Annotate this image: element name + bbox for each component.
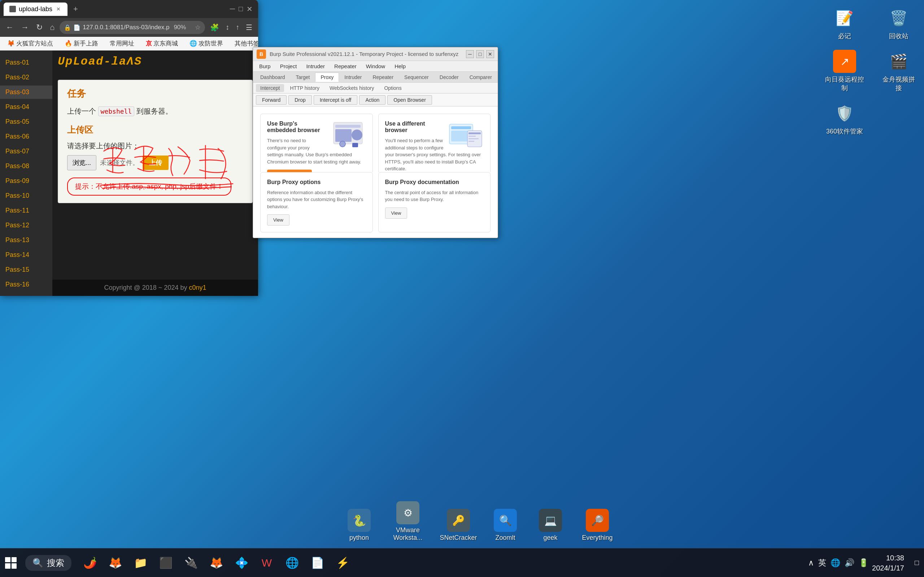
new-tab-button[interactable]: + [70,3,81,15]
address-bar[interactable]: 🔒 📄 127.0.0.1:8081/Pass-03/index.p 90% ☆ [60,21,205,34]
taskbar-app-explorer[interactable]: 📁 [129,552,152,574]
back-button[interactable]: ← [3,21,16,34]
bookmark-jd[interactable]: 京 京东商城 [143,38,181,49]
burp-tab-logger[interactable]: Logger [497,73,498,82]
desktop-icon-redirect[interactable]: ↗ 向日葵远程控 制 [819,47,870,95]
sidebar-link-pass10[interactable]: Pass-10 [0,189,52,202]
upload-button[interactable]: 上传 [143,156,169,170]
tray-volume[interactable]: 🔊 [845,558,854,567]
burp-menu-repeater[interactable]: Repeater [330,62,361,71]
sidebar-link-pass02[interactable]: Pass-02 [0,71,52,84]
share-icon[interactable]: ↑ [234,21,242,34]
bookmark-common[interactable]: 常用网址 [107,38,137,49]
tab-close-btn[interactable]: ✕ [55,6,62,12]
sidebar-link-pass05[interactable]: Pass-05 [0,115,52,129]
burp-card-view5-btn[interactable]: View [385,208,408,219]
sidebar-link-pass11[interactable]: Pass-11 [0,204,52,217]
desktop-icon-everything[interactable]: 🔎 Everything [576,506,619,545]
sidebar-link-pass17[interactable]: Pass-17 [0,293,52,296]
burp-tab-decoder[interactable]: Decoder [434,73,464,82]
burp-tab-dashboard[interactable]: Dashboard [255,73,290,82]
burp-menu-burp[interactable]: Burp [255,62,275,71]
bookmark-security[interactable]: 🌐 攻防世界 [187,38,226,49]
maximize-btn[interactable]: □ [239,5,243,13]
taskbar-app-vscode[interactable]: 💠 [230,552,253,574]
desktop-icon-video[interactable]: 🎬 金舟视频拼 接 [874,47,924,95]
taskbar-app-terminal[interactable]: ⬛ [155,552,177,574]
close-btn[interactable]: ✕ [247,5,253,13]
home-button[interactable]: ⌂ [48,21,56,34]
desktop-icon-zoomit[interactable]: 🔍 Zoomlt [485,506,525,545]
menu-icon[interactable]: ☰ [243,21,255,34]
sidebar-link-pass09[interactable]: Pass-09 [0,174,52,188]
burp-subtab-websockets-history[interactable]: WebSockets history [325,84,378,92]
reload-button[interactable]: ↻ [34,21,45,34]
notification-btn[interactable]: □ [909,548,924,577]
sidebar-link-pass08[interactable]: Pass-08 [0,160,52,173]
sidebar-link-pass03[interactable]: Pass-03 [0,85,52,99]
sidebar-link-pass16[interactable]: Pass-16 [0,278,52,291]
tray-lang[interactable]: 英 [818,558,826,568]
sidebar-link-pass14[interactable]: Pass-14 [0,248,52,262]
burp-tab-sequencer[interactable]: Sequencer [399,73,434,82]
sync-icon[interactable]: ↕ [223,21,231,34]
taskbar-app-edge[interactable]: 🌐 [281,552,303,574]
burp-subtab-intercept[interactable]: Intercept [256,84,284,92]
sidebar-link-pass13[interactable]: Pass-13 [0,234,52,247]
burp-action-btn[interactable]: Action [359,95,385,105]
bookmark-newuser[interactable]: 🔥 新手上路 [62,38,101,49]
minimize-btn[interactable]: ─ [230,5,235,13]
burp-close-btn[interactable]: ✕ [486,50,494,58]
browser-tab-upload-labs[interactable]: upload-labs ✕ [3,3,68,16]
extensions-icon[interactable]: 🧩 [208,21,221,34]
burp-menu-help[interactable]: Help [390,62,410,71]
taskbar-app-burp[interactable]: ⚡ [331,552,354,574]
url-display[interactable]: 127.0.0.1:8081/Pass-03/index.p [83,24,169,31]
sidebar-link-pass06[interactable]: Pass-06 [0,130,52,143]
sidebar-link-pass04[interactable]: Pass-04 [0,100,52,114]
taskbar-app-apipost[interactable]: 🔌 [180,552,202,574]
desktop-icon-python[interactable]: 🐍 python [339,506,379,545]
taskbar-app-chili[interactable]: 🌶️ [79,552,101,574]
bookmark-firefoxsite[interactable]: 🦊 火狐官方站点 [4,38,56,49]
burp-menu-project[interactable]: Project [276,62,302,71]
burp-menu-intruder[interactable]: Intruder [302,62,329,71]
tray-network[interactable]: 🌐 [830,558,840,567]
desktop-icon-snetcracker[interactable]: 🔑 SNetCracker [437,506,480,545]
taskbar-app-firefox[interactable]: 🦊 [104,552,126,574]
desktop-icon-vmware[interactable]: ⚙ VMware Worksta... [384,498,431,545]
sidebar-link-pass15[interactable]: Pass-15 [0,263,52,276]
tray-battery[interactable]: 🔋 [859,558,868,567]
sidebar-link-pass07[interactable]: Pass-07 [0,145,52,158]
desktop-icon-geek[interactable]: 💻 geek [531,506,570,545]
search-label[interactable]: 搜索 [47,557,64,569]
burp-drop-btn[interactable]: Drop [289,95,311,105]
burp-tab-comparer[interactable]: Comparer [464,73,497,82]
burp-tab-repeater[interactable]: Repeater [367,73,399,82]
burp-subtab-options[interactable]: Options [380,84,406,92]
taskbar-clock[interactable]: 10:38 2024/1/17 [872,553,909,573]
burp-menu-window[interactable]: Window [362,62,389,71]
burp-tab-target[interactable]: Target [290,73,316,82]
burp-subtab-http-history[interactable]: HTTP history [285,84,323,92]
tray-show-hidden[interactable]: ∧ [808,558,814,567]
sidebar-link-pass12[interactable]: Pass-12 [0,219,52,232]
burp-tab-proxy[interactable]: Proxy [315,73,339,82]
desktop-icon-notes[interactable]: 📝 必记 [819,3,870,43]
desktop-icon-security[interactable]: 🛡️ 360软件管家 [819,99,870,139]
sidebar-link-pass01[interactable]: Pass-01 [0,56,52,69]
burp-minimize-btn[interactable]: ─ [466,50,474,58]
burp-open-browser-btn[interactable]: Open Browser [387,95,432,105]
taskbar-search[interactable]: 🔍 搜索 [25,555,71,571]
burp-card-view4-btn[interactable]: View [267,214,289,226]
burp-maximize-btn[interactable]: □ [476,50,484,58]
start-button[interactable] [0,548,22,577]
burp-intercept-btn[interactable]: Intercept is off [314,95,358,105]
burp-forward-btn[interactable]: Forward [256,95,287,105]
desktop-icon-recycle[interactable]: 🗑️ 回收站 [874,3,924,43]
bookmark-icon[interactable]: ☆ [195,23,201,31]
taskbar-app-word[interactable]: W [256,552,278,574]
browse-button[interactable]: 浏览... [67,155,97,170]
taskbar-app-pdf[interactable]: 📄 [306,552,329,574]
taskbar-app-firefox2[interactable]: 🦊 [205,552,227,574]
